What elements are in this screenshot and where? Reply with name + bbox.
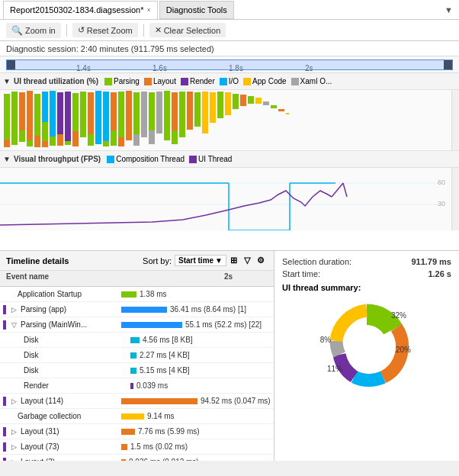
svg-rect-33 — [141, 92, 147, 137]
svg-rect-37 — [164, 91, 170, 140]
svg-text:60: 60 — [438, 178, 445, 186]
row-bar-area: 36.41 ms (8.64 ms) [1] — [121, 305, 271, 314]
row-expand-icon[interactable]: ▷ — [11, 458, 17, 462]
reset-zoom-icon: ↺ — [78, 25, 85, 35]
svg-rect-11 — [42, 141, 48, 147]
settings-button[interactable]: ⚙ — [254, 254, 268, 268]
row-name: Disk — [12, 351, 130, 359]
svg-rect-45 — [217, 92, 223, 118]
reset-zoom-button[interactable]: ↺ Reset Zoom — [72, 23, 138, 37]
row-expand-icon[interactable]: ▷ — [11, 397, 17, 405]
clear-selection-button[interactable]: ✕ Clear Selection — [149, 23, 226, 37]
title-bar: Report20150302-1834.diagsession* × Diagn… — [0, 0, 459, 20]
row-bar-area: 1.5 ms (0.02 ms) — [121, 442, 271, 451]
row-name: ▷ Layout (73) — [3, 442, 121, 452]
svg-rect-47 — [233, 94, 239, 109]
row-bar — [130, 352, 136, 359]
timeline-area: 1.4s 1.6s 1.8s 2s ▼ UI thread utilizatio… — [0, 56, 459, 251]
svg-point-66 — [347, 325, 387, 365]
row-bar — [130, 337, 140, 343]
svg-rect-23 — [95, 91, 101, 144]
row-expand-icon[interactable]: ▷ — [11, 428, 17, 436]
details-title: Timeline details — [6, 256, 69, 265]
svg-rect-12 — [50, 91, 56, 137]
fps-scrollbar[interactable] — [451, 168, 459, 230]
selection-duration-row: Selection duration: 911.79 ms — [282, 257, 451, 266]
details-header: Timeline details Sort by: Start time ▼ ⊞… — [0, 251, 274, 271]
svg-rect-40 — [179, 92, 185, 137]
svg-rect-49 — [248, 96, 254, 104]
legend-io: I/O — [220, 77, 239, 85]
svg-rect-3 — [19, 92, 25, 130]
row-bar — [121, 444, 127, 450]
table-body[interactable]: Application Startup 1.38 ms ▷ Parsing (a… — [0, 287, 274, 461]
zoom-in-icon: 🔍 — [11, 25, 23, 36]
panel-options[interactable]: ▼ — [445, 5, 456, 14]
timeline-ruler: 1.4s 1.6s 1.8s 2s — [0, 56, 459, 73]
table-row[interactable]: Disk 2.27 ms [4 KB] — [0, 348, 274, 363]
table-row[interactable]: ▷ Layout (73) 1.5 ms (0.02 ms) — [0, 439, 274, 455]
legend-appcode-icon — [243, 78, 251, 85]
table-row[interactable]: Application Startup 1.38 ms — [0, 287, 274, 302]
svg-rect-32 — [133, 134, 140, 146]
svg-rect-30 — [126, 91, 132, 140]
row-bar — [121, 291, 136, 298]
table-row[interactable]: Disk 4.56 ms [8 KB] — [0, 333, 274, 348]
table-row[interactable]: ▷ Layout (114) 94.52 ms (0.047 ms) — [0, 394, 274, 409]
right-panel: Selection duration: 911.79 ms Start time… — [274, 251, 459, 461]
table-row[interactable]: Render 0.039 ms — [0, 378, 274, 394]
selection-range[interactable] — [6, 60, 453, 70]
fps-legend: Composition Thread UI Thread — [107, 155, 232, 163]
zoom-in-button[interactable]: 🔍 Zoom in — [6, 23, 61, 38]
svg-line-64 — [332, 183, 343, 197]
dropdown-arrow-icon: ▼ — [215, 256, 223, 265]
svg-rect-35 — [149, 130, 155, 144]
table-row[interactable]: ▽ Parsing (MainWin... 55.1 ms (52.2 ms) … — [0, 317, 274, 333]
sort-dropdown[interactable]: Start time ▼ — [175, 255, 226, 266]
grouping-button[interactable]: ⊞ — [226, 254, 240, 268]
ui-thread-collapse[interactable]: ▼ — [3, 77, 11, 85]
filter-button[interactable]: ▽ — [240, 254, 254, 268]
summary-title: UI thread summary: — [282, 283, 451, 292]
fps-collapse[interactable]: ▼ — [3, 155, 11, 163]
row-expand-icon[interactable]: ▷ — [11, 443, 17, 451]
status-text: Diagnostic session: 2:40 minutes (911.79… — [6, 44, 214, 53]
svg-rect-2 — [11, 92, 18, 145]
svg-rect-50 — [255, 98, 262, 104]
row-name: Application Startup — [3, 290, 121, 298]
svg-rect-34 — [149, 92, 155, 130]
table-row[interactable]: Garbage collection 9.14 ms — [0, 409, 274, 424]
expand-indicator — [3, 458, 6, 462]
row-bar-area: 1.38 ms — [121, 290, 271, 298]
table-row[interactable]: ▷ Layout (31) 7.76 ms (5.99 ms) — [0, 424, 274, 439]
table-row[interactable]: ▷ Parsing (app) 36.41 ms (8.64 ms) [1] — [0, 302, 274, 317]
active-tab[interactable]: Report20150302-1834.diagsession* × — [3, 1, 158, 19]
active-tab-close[interactable]: × — [147, 6, 151, 14]
svg-rect-14 — [57, 92, 63, 134]
svg-rect-4 — [19, 130, 25, 142]
svg-rect-15 — [57, 134, 63, 146]
svg-text:30: 30 — [438, 200, 445, 207]
legend-xaml: Xaml O... — [291, 77, 332, 85]
svg-rect-53 — [278, 109, 284, 111]
row-name: Render — [12, 381, 130, 390]
row-bar-area: 7.76 ms (5.99 ms) — [121, 427, 271, 436]
row-expand-icon[interactable]: ▽ — [11, 321, 17, 329]
inactive-tab[interactable]: Diagnostic Tools — [159, 1, 234, 19]
fps-chart-body: 60 30 — [0, 168, 459, 230]
svg-text:32%: 32% — [391, 311, 406, 320]
table-header: Event name 2s — [0, 271, 274, 287]
table-row[interactable]: ▷ Layout (3) 0.036 ms (0.012 ms) — [0, 455, 274, 461]
svg-rect-7 — [34, 94, 40, 136]
expand-indicator — [3, 442, 6, 452]
bottom-panel: Timeline details Sort by: Start time ▼ ⊞… — [0, 251, 459, 461]
chart-scrollbar[interactable] — [451, 90, 459, 150]
svg-rect-13 — [50, 137, 56, 146]
row-expand-icon[interactable]: ▷ — [11, 306, 17, 314]
legend-layout-icon — [144, 78, 152, 85]
svg-rect-41 — [187, 92, 193, 130]
svg-rect-43 — [202, 92, 208, 133]
svg-line-65 — [343, 183, 347, 197]
table-row[interactable]: Disk 5.15 ms [4 KB] — [0, 363, 274, 378]
ui-thread-chart-body — [0, 90, 459, 151]
